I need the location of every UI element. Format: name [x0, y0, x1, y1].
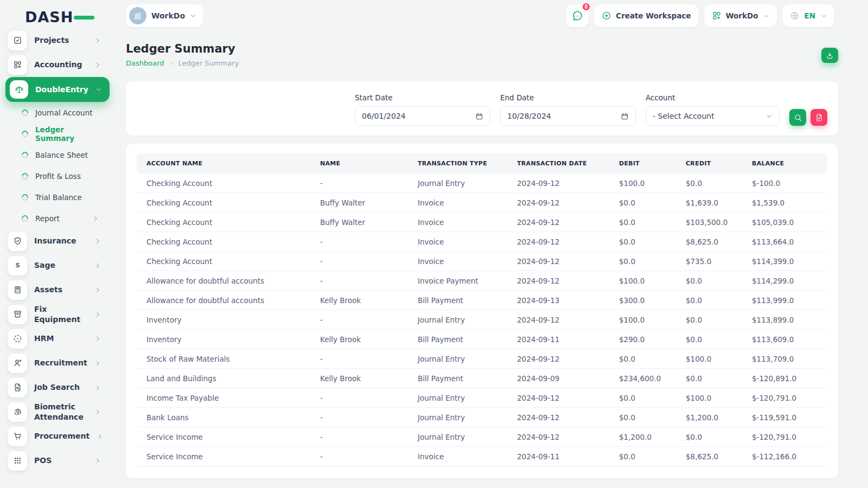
- sidebar-item-label: POS: [34, 455, 52, 465]
- table-cell: $290.0: [609, 330, 676, 349]
- sidebar-item-label: Assets: [34, 285, 62, 294]
- table-cell: Kelly Brook: [310, 369, 408, 388]
- table-cell: $113,899.0: [742, 310, 827, 330]
- table-cell: -: [310, 271, 408, 291]
- sidebar-item-biometric-attendance[interactable]: Biometric Attendance: [0, 400, 115, 424]
- table-row: Service Income-Invoice2024-09-11$0.0$8,6…: [137, 447, 827, 466]
- workspace-pill[interactable]: WorkDo: [126, 4, 203, 27]
- table-cell: 2024-09-12: [507, 213, 609, 232]
- table-cell: -: [310, 252, 408, 271]
- table-row: Stock of Raw Materials-Journal Entry2024…: [137, 349, 827, 369]
- sidebar-item-fix-equipment[interactable]: Fix Equipment: [0, 302, 115, 326]
- brand-logo[interactable]: DASH: [25, 9, 90, 27]
- chevron-right-icon: [94, 409, 101, 415]
- sidebar-icon-box: [8, 451, 27, 471]
- chevron-down-icon: [190, 12, 196, 19]
- table-cell: $0.0: [609, 252, 676, 271]
- sidebar-item-label: Accounting: [34, 60, 82, 69]
- sidebar-item-doubleentry[interactable]: DoubleEntry: [5, 77, 110, 102]
- sidebar-item-profit-loss[interactable]: Profit & Loss: [0, 165, 115, 187]
- sidebar-item-projects[interactable]: Projects: [0, 28, 115, 53]
- chevron-right-icon: [92, 215, 99, 222]
- messages-button[interactable]: 0: [566, 4, 589, 27]
- sidebar-item-label: Journal Account: [35, 108, 93, 117]
- filter-actions: [789, 109, 827, 126]
- table-cell: Invoice: [408, 193, 507, 213]
- table-cell: Journal Entry: [408, 388, 507, 408]
- table-cell: $8,625.0: [676, 447, 742, 466]
- sidebar-item-assets[interactable]: Assets: [0, 278, 115, 302]
- language-button[interactable]: EN: [782, 4, 834, 27]
- table-cell: Invoice: [408, 447, 507, 466]
- sidebar-item-label: Profit & Loss: [35, 172, 81, 181]
- reset-filter-button[interactable]: [810, 109, 827, 126]
- bullet-ring-icon: [21, 192, 30, 202]
- download-button[interactable]: [821, 48, 838, 63]
- start-date-input[interactable]: 06/01/2024: [355, 106, 490, 126]
- sidebar-item-report[interactable]: Report: [0, 208, 115, 229]
- chevron-down-icon: [763, 13, 769, 19]
- table-cell: -: [310, 447, 408, 466]
- table-cell: 2024-09-12: [507, 310, 609, 330]
- sidebar-item-label: Biometric Attendance: [34, 402, 87, 421]
- end-date-input[interactable]: 10/28/2024: [500, 106, 636, 126]
- table-cell: $0.0: [676, 330, 742, 349]
- calendar-icon: [475, 112, 483, 120]
- sidebar-icon-box: [10, 80, 28, 99]
- table-cell: Bank Loans: [137, 408, 310, 427]
- table-cell: Land and Buildings: [137, 369, 310, 388]
- calculator-icon: [13, 285, 22, 294]
- table-cell: -: [310, 310, 408, 330]
- sidebar-item-ledger-summary[interactable]: Ledger Summary: [0, 123, 115, 144]
- calendar-icon: [621, 112, 629, 120]
- column-header-transaction-type: TRANSACTION TYPE: [408, 153, 507, 174]
- table-cell: 2024-09-12: [507, 427, 609, 447]
- chevron-right-icon: [94, 37, 101, 44]
- sidebar-item-trial-balance[interactable]: Trial Balance: [0, 187, 115, 208]
- table-cell: 2024-09-12: [507, 174, 609, 193]
- sidebar-item-balance-sheet[interactable]: Balance Sheet: [0, 144, 115, 165]
- end-date-group: End Date 10/28/2024: [500, 93, 636, 126]
- table-row: Land and BuildingsKelly BrookBill Paymen…: [137, 369, 827, 388]
- topbar: WorkDo 0 Create Workspace WorkDo EN: [126, 0, 868, 31]
- sidebar-item-journal-account[interactable]: Journal Account: [0, 102, 115, 123]
- table-cell: Buffy Walter: [310, 193, 408, 213]
- sidebar-item-hrm[interactable]: HRM: [0, 326, 115, 351]
- sidebar-icon-box: [8, 329, 27, 349]
- table-cell: $0.0: [676, 310, 742, 330]
- table-cell: $0.0: [609, 193, 676, 213]
- table-cell: Invoice: [408, 232, 507, 252]
- bullet-ring-icon: [21, 214, 30, 223]
- sidebar-item-accounting[interactable]: Accounting: [0, 53, 115, 77]
- table-cell: Kelly Brook: [310, 291, 408, 310]
- target-icon: [13, 334, 22, 343]
- table-cell: $0.0: [676, 369, 742, 388]
- breadcrumb-dashboard-link[interactable]: Dashboard: [126, 59, 164, 67]
- sidebar-icon-box: [8, 354, 27, 373]
- table-row: Bank Loans-Journal Entry2024-09-12$0.0$1…: [137, 408, 827, 427]
- sidebar-item-job-search[interactable]: Job Search: [0, 375, 115, 400]
- sidebar-item-pos[interactable]: POS: [0, 448, 115, 473]
- search-button[interactable]: [789, 109, 806, 126]
- column-header-credit: CREDIT: [676, 153, 742, 174]
- sidebar-icon-box: [8, 402, 27, 422]
- table-row: Allowance for doubtful accounts-Invoice …: [137, 271, 827, 291]
- table-cell: $114,399.0: [742, 252, 827, 271]
- table-cell: Allowance for doubtful accounts: [137, 291, 310, 310]
- sidebar-item-insurance[interactable]: Insurance: [0, 229, 115, 253]
- sidebar-item-procurement[interactable]: Procurement: [0, 424, 115, 448]
- table-row: Checking AccountBuffy WalterInvoice2024-…: [137, 193, 827, 213]
- table-cell: Income Tax Payable: [137, 388, 310, 408]
- table-cell: -: [310, 174, 408, 193]
- create-workspace-button[interactable]: Create Workspace: [594, 4, 698, 27]
- table-cell: $-112,166.0: [742, 447, 827, 466]
- table-cell: $8,625.0: [676, 232, 742, 252]
- grid-plus-icon: [13, 60, 22, 69]
- chevron-down-icon: [95, 86, 102, 93]
- sidebar-item-recruitment[interactable]: Recruitment: [0, 351, 115, 375]
- account-select[interactable]: - Select Account: [646, 106, 780, 126]
- start-date-group: Start Date 06/01/2024: [355, 93, 490, 126]
- workspace-switcher-button[interactable]: WorkDo: [704, 4, 777, 27]
- sidebar-item-sage[interactable]: SSage: [0, 253, 115, 278]
- fingerprint-icon: [13, 407, 22, 416]
